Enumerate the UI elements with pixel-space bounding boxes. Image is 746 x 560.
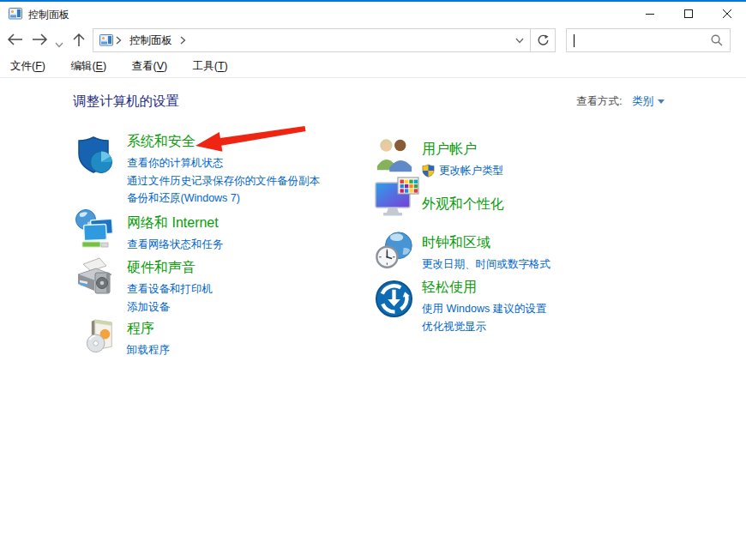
- view-by-control: 查看方式: 类别: [576, 94, 665, 109]
- page-title: 调整计算机的设置: [73, 93, 179, 111]
- close-button[interactable]: [707, 2, 746, 26]
- navigation-toolbar: 控制面板: [0, 26, 746, 55]
- search-icon[interactable]: [711, 34, 723, 46]
- category-user-accounts: 用户帐户 更改帐户类型: [375, 141, 671, 180]
- control-panel-home: 调整计算机的设置 查看方式: 类别 系统和安全 查看你的计算机状态 通过文件历史…: [0, 78, 746, 560]
- category-ease-of-access: 轻松使用 使用 Windows 建议的设置 优化视觉显示: [375, 279, 671, 335]
- control-panel-icon: [9, 7, 22, 21]
- forward-button[interactable]: [32, 33, 48, 49]
- breadcrumb-chevron-icon[interactable]: [116, 36, 122, 45]
- menu-bar: 文件(F) 编辑(E) 查看(V) 工具(T): [0, 55, 746, 78]
- link-label: 更改帐户类型: [439, 162, 503, 180]
- user-accounts-icon[interactable]: [375, 135, 414, 177]
- link-file-history-backup[interactable]: 通过文件历史记录保存你的文件备份副本: [127, 172, 369, 190]
- minimize-icon: [646, 9, 654, 18]
- chevron-down-icon: [515, 38, 524, 44]
- category-title-hardware-sound[interactable]: 硬件和声音: [127, 259, 369, 277]
- link-change-account-type[interactable]: 更改帐户类型: [422, 162, 671, 180]
- search-input[interactable]: [566, 28, 731, 52]
- view-by-label: 查看方式:: [576, 95, 622, 107]
- menu-view[interactable]: 查看(V): [129, 55, 171, 77]
- category-clock-region: 时钟和区域 更改日期、时间或数字格式: [375, 234, 671, 274]
- address-bar[interactable]: 控制面板: [93, 28, 556, 52]
- link-add-device[interactable]: 添加设备: [127, 298, 369, 316]
- category-programs: 程序 卸载程序: [73, 320, 369, 359]
- window-title: 控制面板: [28, 8, 69, 22]
- category-title-network-internet[interactable]: 网络和 Internet: [127, 214, 369, 232]
- clock-region-icon[interactable]: [375, 230, 416, 274]
- link-optimize-visual-display[interactable]: 优化视觉显示: [422, 318, 671, 336]
- title-bar: 控制面板: [0, 2, 746, 26]
- category-title-user-accounts[interactable]: 用户帐户: [422, 141, 671, 159]
- maximize-button[interactable]: [669, 2, 707, 26]
- recent-pages-dropdown[interactable]: [55, 38, 63, 51]
- back-arrow-icon: [7, 33, 23, 46]
- caption-buttons: [630, 2, 746, 26]
- refresh-icon: [537, 34, 549, 46]
- menu-edit[interactable]: 编辑(E): [67, 55, 110, 77]
- link-network-status-tasks[interactable]: 查看网络状态和任务: [127, 236, 369, 254]
- category-network-internet: 网络和 Internet 查看网络状态和任务: [73, 214, 369, 254]
- category-title-clock-region[interactable]: 时钟和区域: [422, 234, 671, 252]
- system-security-icon[interactable]: [73, 134, 116, 180]
- link-uninstall-program[interactable]: 卸载程序: [127, 341, 369, 359]
- up-arrow-icon: [72, 33, 86, 47]
- category-title-appearance-personalization[interactable]: 外观和个性化: [422, 196, 671, 214]
- uac-shield-icon: [422, 164, 435, 178]
- network-internet-icon[interactable]: [73, 208, 116, 255]
- minimize-button[interactable]: [630, 2, 669, 26]
- hardware-sound-icon[interactable]: [73, 255, 117, 303]
- category-title-programs[interactable]: 程序: [127, 320, 369, 338]
- maximize-icon: [684, 9, 693, 18]
- link-change-date-time-format[interactable]: 更改日期、时间或数字格式: [422, 256, 671, 274]
- chevron-down-icon: [55, 42, 63, 48]
- appearance-personalization-icon[interactable]: [375, 177, 419, 223]
- refresh-button[interactable]: [530, 29, 555, 51]
- text-caret: [574, 34, 575, 47]
- forward-arrow-icon: [32, 33, 48, 46]
- category-system-security: 系统和安全 查看你的计算机状态 通过文件历史记录保存你的文件备份副本 备份和还原…: [73, 133, 369, 208]
- link-view-computer-status[interactable]: 查看你的计算机状态: [127, 154, 369, 172]
- menu-file[interactable]: 文件(F): [7, 55, 49, 77]
- menu-tools[interactable]: 工具(T): [190, 55, 232, 77]
- link-devices-printers[interactable]: 查看设备和打印机: [127, 280, 369, 298]
- link-backup-restore-win7[interactable]: 备份和还原(Windows 7): [127, 190, 369, 208]
- view-by-dropdown[interactable]: 类别: [632, 95, 665, 107]
- category-hardware-sound: 硬件和声音 查看设备和打印机 添加设备: [73, 259, 369, 316]
- category-title-ease-of-access[interactable]: 轻松使用: [422, 279, 671, 297]
- close-icon: [723, 9, 731, 18]
- category-title-system-security[interactable]: 系统和安全: [127, 133, 369, 151]
- breadcrumb-chevron-icon[interactable]: [180, 36, 186, 45]
- programs-icon[interactable]: [83, 316, 122, 358]
- back-button[interactable]: [7, 33, 23, 49]
- ease-of-access-icon[interactable]: [375, 280, 413, 322]
- dropdown-triangle-icon: [658, 99, 665, 104]
- address-dropdown-button[interactable]: [509, 29, 530, 51]
- up-button[interactable]: [72, 33, 86, 50]
- category-appearance-personalization: 外观和个性化: [375, 196, 671, 217]
- control-panel-icon-small: [99, 33, 113, 47]
- link-windows-suggested-settings[interactable]: 使用 Windows 建议的设置: [422, 300, 671, 318]
- breadcrumb-control-panel[interactable]: 控制面板: [129, 33, 172, 48]
